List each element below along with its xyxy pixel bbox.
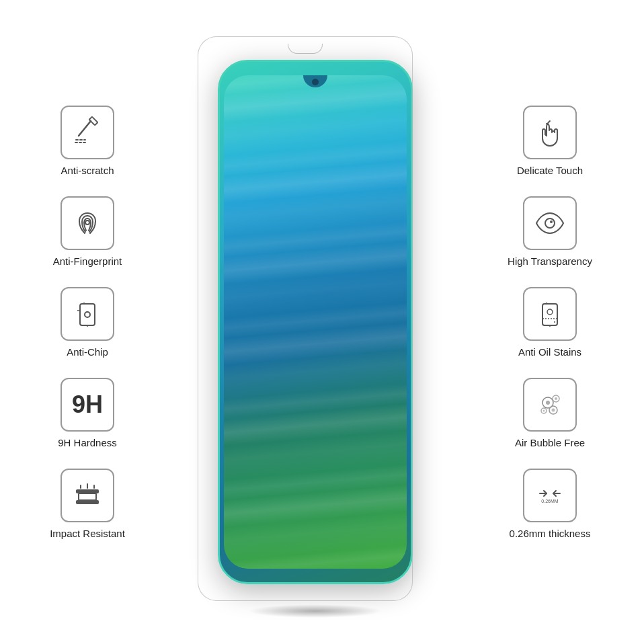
- anti-chip-icon-box: [61, 287, 114, 341]
- feature-anti-scratch: Anti-scratch: [61, 106, 114, 176]
- anti-oil-stains-label: Anti Oil Stains: [518, 346, 581, 358]
- feature-9h-hardness: 9H 9H Hardness: [58, 378, 117, 448]
- svg-point-31: [543, 409, 545, 411]
- 9h-hardness-icon-box: 9H: [61, 378, 114, 432]
- oil-icon: [533, 297, 567, 331]
- feature-air-bubble-free: Air Bubble Free: [515, 378, 585, 448]
- feature-impact-resistant: Impact Resistant: [50, 469, 125, 539]
- scratch-icon: [71, 116, 104, 149]
- eye-icon: [533, 206, 567, 240]
- touch-icon: [533, 116, 567, 149]
- svg-point-17: [550, 220, 553, 223]
- thickness-icon: 0.26MM: [533, 479, 567, 512]
- feature-anti-chip: Anti-Chip: [61, 287, 114, 358]
- svg-point-29: [552, 408, 555, 411]
- feature-thickness: 0.26MM 0.26mm thickness: [510, 469, 591, 539]
- anti-oil-stains-icon-box: [523, 287, 577, 341]
- svg-rect-11: [79, 493, 96, 500]
- svg-point-16: [545, 218, 555, 228]
- phone-button-volume: [411, 196, 413, 237]
- air-bubble-free-icon-box: [523, 378, 577, 432]
- anti-fingerprint-label: Anti-Fingerprint: [53, 255, 122, 267]
- svg-rect-1: [89, 116, 98, 125]
- svg-point-4: [85, 220, 89, 225]
- phone-shadow: [248, 604, 383, 618]
- bubble-icon: [533, 388, 567, 421]
- feature-anti-fingerprint: Anti-Fingerprint: [53, 196, 122, 267]
- impact-resistant-label: Impact Resistant: [50, 528, 125, 539]
- anti-scratch-label: Anti-scratch: [61, 165, 114, 176]
- phone-wrapper: [211, 46, 419, 598]
- anti-chip-label: Anti-Chip: [67, 346, 108, 358]
- feature-high-transparency: High Transparency: [508, 196, 592, 267]
- feature-delicate-touch: Delicate Touch: [517, 106, 583, 176]
- 9h-hardness-label: 9H Hardness: [58, 437, 117, 448]
- feature-anti-oil-stains: Anti Oil Stains: [518, 287, 581, 358]
- phone-button-power: [411, 250, 413, 277]
- svg-point-25: [546, 401, 550, 405]
- impact-icon: [71, 479, 104, 512]
- phone-screen: [224, 75, 407, 569]
- svg-rect-12: [76, 500, 99, 504]
- phone-body: [218, 60, 413, 584]
- phone-center: [155, 46, 476, 598]
- svg-text:0.26MM: 0.26MM: [541, 499, 558, 504]
- right-features: Delicate Touch High Transparency: [476, 106, 624, 539]
- high-transparency-icon-box: [523, 196, 577, 250]
- svg-point-21: [547, 309, 553, 315]
- left-features: Anti-scratch Anti-Fingerprint: [20, 106, 155, 539]
- svg-point-8: [85, 312, 90, 317]
- chip-icon: [71, 297, 104, 331]
- main-container: Anti-scratch Anti-Fingerprint: [0, 0, 644, 644]
- svg-line-0: [79, 121, 91, 136]
- delicate-touch-icon-box: [523, 106, 577, 159]
- high-transparency-label: High Transparency: [508, 255, 592, 267]
- 9h-icon: 9H: [72, 391, 103, 419]
- thickness-label: 0.26mm thickness: [510, 528, 591, 539]
- anti-scratch-icon-box: [61, 106, 114, 159]
- svg-point-27: [555, 397, 557, 400]
- delicate-touch-label: Delicate Touch: [517, 165, 583, 176]
- air-bubble-free-label: Air Bubble Free: [515, 437, 585, 448]
- phone-camera: [312, 79, 319, 85]
- thickness-icon-box: 0.26MM: [523, 469, 577, 522]
- svg-rect-5: [80, 304, 95, 325]
- fingerprint-icon: [71, 206, 104, 240]
- anti-fingerprint-icon-box: [61, 196, 114, 250]
- impact-resistant-icon-box: [61, 469, 114, 522]
